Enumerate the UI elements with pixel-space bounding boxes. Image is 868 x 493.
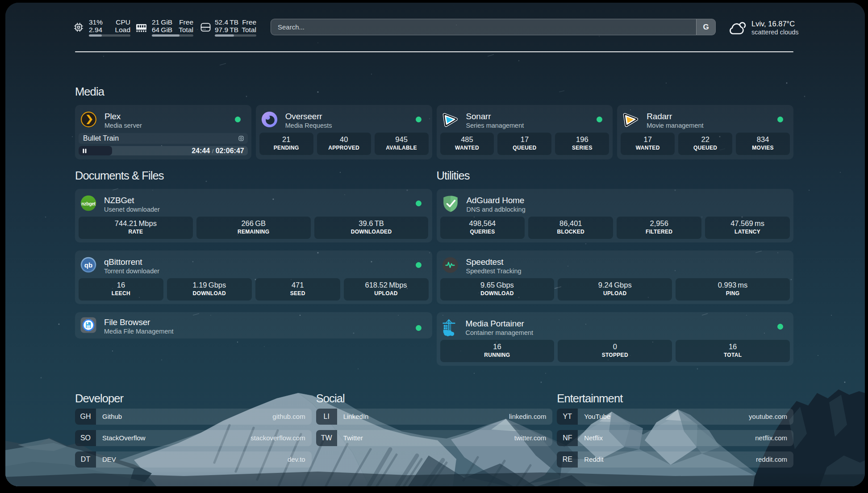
svg-text:qb: qb	[84, 261, 92, 269]
svg-text:nzbget: nzbget	[81, 201, 96, 206]
